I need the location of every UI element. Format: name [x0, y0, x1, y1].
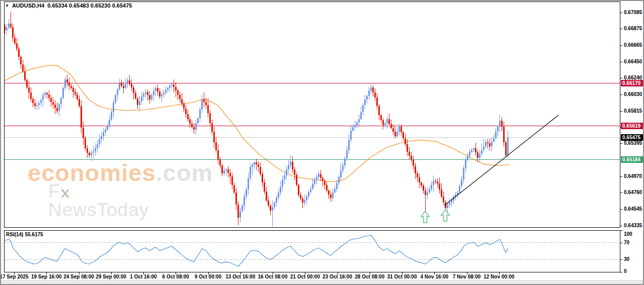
symbol-ohlc-text: AUDUSD,H4 0.65334 0.65483 0.65230 0.6547… [12, 3, 132, 9]
chart-canvas[interactable] [0, 0, 644, 285]
symbol-title: ▼AUDUSD,H4 0.65334 0.65483 0.65230 0.654… [5, 3, 132, 9]
price-tick-label: 0.66665 [624, 42, 642, 48]
resistance-price-flag: 0.66170 [621, 80, 643, 86]
candles-group[interactable] [4, 12, 509, 226]
up-arrow-signal-icon[interactable] [441, 210, 449, 221]
price-tick-label: 0.64545 [624, 206, 642, 212]
price-tick-label: 0.66450 [624, 59, 642, 65]
price-tick-label: 0.67085 [624, 10, 642, 16]
window-bottom-strip [0, 280, 644, 285]
chart-window: economies.com FNewsToday ▼AUDUSD,H4 0.65… [0, 0, 644, 285]
rsi-line [5, 235, 508, 266]
resistance-price-flag: 0.65619 [621, 123, 643, 129]
chevron-down-icon[interactable]: ▼ [5, 4, 9, 8]
price-tick-label: 0.65815 [624, 108, 642, 114]
ascending-trendline[interactable] [444, 115, 558, 206]
price-tick-label: 0.66030 [624, 91, 642, 98]
current-price-flag: 0.65475 [621, 134, 643, 141]
price-tick-label: 0.64970 [624, 173, 642, 179]
price-tick-label: 0.66875 [624, 26, 642, 32]
rsi-name: RSI(14) [6, 232, 23, 237]
rsi-value: 55.6175 [25, 232, 43, 237]
up-arrow-signal-icon[interactable] [421, 211, 429, 223]
rsi-tick-label: 30 [624, 256, 629, 262]
rsi-indicator-label: RSI(14)55.6175 [6, 232, 45, 237]
price-tick-label: 0.64335 [624, 223, 642, 229]
rsi-tick-label: 100 [624, 231, 632, 237]
price-tick-label: 0.64760 [624, 189, 642, 196]
price-tick-label: 0.65395 [624, 140, 642, 146]
main-pane-border [5, 2, 620, 228]
rsi-tick-label: 70 [624, 240, 629, 246]
support-price-flag: 0.65184 [621, 156, 643, 163]
rsi-tick-label: 0 [624, 268, 627, 274]
time-tick-label: 12 Nov 00:00 [478, 274, 520, 280]
